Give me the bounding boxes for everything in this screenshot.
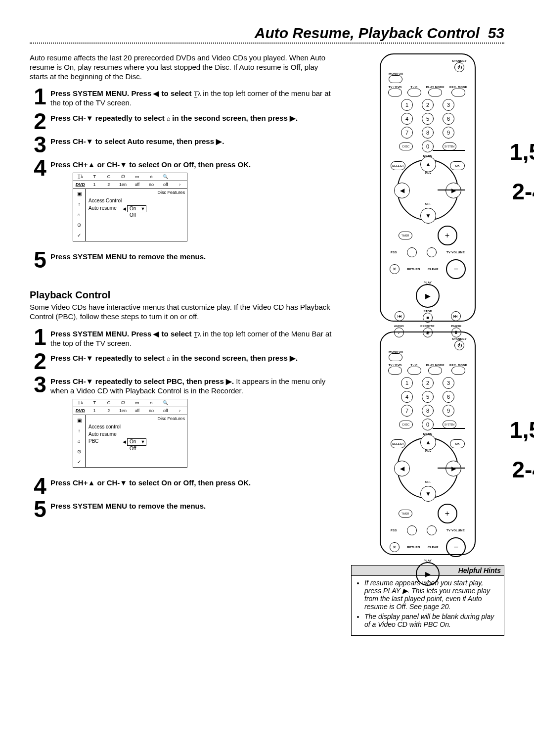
num-button: 1 [401,99,413,111]
step-number: 4 [30,158,50,178]
menu-opt: Auto resume [89,205,127,219]
return-button: ✕ [390,264,400,274]
step-number: 2 [30,352,50,371]
step-number: 1 [30,87,50,106]
step-row: 5 Press SYSTEM MENU to remove the menus. [30,250,336,270]
step-bold: Press CH+▲ or CH-▼ to select On or Off, … [50,160,251,169]
step-row: 2 Press CH-▼ repeatedly to select ⌂ in t… [30,352,336,371]
callout-24b: 2-4 [512,456,534,483]
power-icon: ⏻ [454,62,464,72]
step-row: 3 Press CH-▼ to select Auto resume, then… [30,135,336,154]
menu-opt: PBC [89,438,127,452]
step-row: 1 Press SYSTEM MENU. Press ◀ to select T… [30,328,336,348]
monitor-label: MONITOR [389,72,470,75]
num-button: 5 [422,113,434,125]
menu-opt: Access Control [89,198,127,204]
step-text: Press CH-▼ repeatedly to select ⌂ in the… [50,352,336,363]
section2-intro: Some Video CDs have interactive menus th… [30,303,336,322]
select-button: SELECT [391,161,405,170]
num-button: 3 [443,99,454,111]
step-number: 3 [30,375,50,394]
num-button: 7 [401,127,413,139]
arrow-left-icon: ◀ [394,183,410,198]
step-number: 5 [30,250,50,270]
section1-intro: Auto resume affects the last 20 prerecor… [30,53,336,81]
step-row: 2 Press CH-▼ repeatedly to select ⌂ in t… [30,112,336,131]
disc-button: DISC [399,142,413,150]
step-bold: Press SYSTEM MENU to remove the menus. [50,252,206,261]
volume-minus: − [446,259,466,279]
next-button: ⏭ [451,311,461,321]
callout-15b: 1,5 [510,417,534,443]
disc-features-label: Disc Features [157,416,185,422]
num-button: 8 [422,127,434,139]
menu-screenshot-2: T̲λTC☊▭⌂̵🔍 DVD 12 1enoff nooff› ▣↑⌂⊙✓ Di… [73,399,187,468]
step-bold2: in the second screen, then press ▶. [170,114,298,122]
step-text: Press CH-▼ repeatedly to select PBC, the… [50,375,336,472]
system-button: SYSTEM [443,142,456,150]
step-bold: Press CH-▼ repeatedly to select PBC, the… [50,377,236,385]
step-bold: Press CH+▲ or CH-▼ to select On or Off, … [50,478,251,487]
arrow-down-icon: ▼CH– [420,208,436,224]
step-number: 3 [30,135,50,154]
step-bold: Press SYSTEM MENU to remove the menus. [50,502,206,510]
step-text: Press CH+▲ or CH-▼ to select On or Off, … [50,476,336,488]
header-divider [30,43,504,44]
menu-screenshot-1: T̲λTC☊▭⌂̵🔍 DVD 12 1enoff nooff› ▣↑⌂⊙✓ Di… [73,173,187,242]
step-text: Press SYSTEM MENU to remove the menus. [50,250,336,262]
step-text: Press SYSTEM MENU to remove the menus. [50,500,336,511]
num-button: 6 [443,113,454,125]
callout-24: 2-4 [512,178,534,205]
section2-heading: Playback Control [30,289,336,301]
num-button: 0 [422,141,434,152]
step-text: Press CH-▼ to select Auto resume, then p… [50,135,336,146]
disc-features-label: Disc Features [157,190,185,195]
step-bold: Press SYSTEM MENU. Press ◀ to select [50,89,194,97]
step-text: Press SYSTEM MENU. Press ◀ to select T̲λ… [50,87,336,108]
step-text: Press SYSTEM MENU. Press ◀ to select T̲λ… [50,328,336,348]
step-number: 2 [30,112,50,131]
step-number: 4 [30,476,50,496]
ok-button: OK [450,161,465,170]
step-row: 5 Press SYSTEM MENU to remove the menus. [30,500,336,519]
step-row: 1 Press SYSTEM MENU. Press ◀ to select T… [30,87,336,108]
remote-diagram-1: STANDBY ⏻ MONITOR TV / DVD T / C PLAY MO… [380,53,476,322]
menu-opt: Auto resume [89,431,127,438]
menu-opt: Access control [89,424,127,430]
menu-sub: Off [127,212,146,219]
monitor-button [389,75,402,83]
step-bold: Press CH-▼ repeatedly to select [50,354,167,362]
page-header: Auto Resume, Playback Control 53 [30,25,504,42]
step-bold: Press SYSTEM MENU. Press ◀ to select [50,330,194,338]
step-bold: Press CH-▼ repeatedly to select [50,114,167,122]
prev-button: ⏮ [395,311,404,321]
step-number: 5 [30,500,50,519]
step-bold: Press CH-▼ to select Auto resume, then p… [50,137,224,145]
menu-val: On [130,206,136,211]
menu-sub: Off [127,446,146,452]
num-button: 2 [422,99,434,111]
timer-button: TIMER [399,232,412,239]
hint-item: The display panel will be blank during p… [364,613,499,628]
menu-val: On [130,439,136,444]
stop-button: ■ [423,313,433,323]
header-page-num: 53 [488,25,504,41]
play-button: ▶ [416,284,440,308]
step-row: 4 Press CH+▲ or CH-▼ to select On or Off… [30,158,336,246]
volume-plus: + [438,226,457,245]
step-text: Press CH+▲ or CH-▼ to select On or Off, … [50,158,336,246]
num-button: 9 [443,127,454,139]
step-text: Press CH-▼ repeatedly to select ⌂ in the… [50,112,336,123]
callout-15: 1,5 [510,139,534,165]
step-row: 4 Press CH+▲ or CH-▼ to select On or Off… [30,476,336,496]
arrow-right-icon: ▶ [445,183,461,198]
step-bold2: in the second screen, then press ▶. [170,354,298,362]
power-icon: ⏻ [454,340,464,350]
remote-diagram-2: STANDBY⏻ MONITOR TV / DVD T / C PLAY MOD… [380,331,476,555]
num-button: 4 [401,113,413,125]
step-row: 3 Press CH-▼ repeatedly to select PBC, t… [30,375,336,472]
header-title-text: Auto Resume, Playback Control [255,25,480,41]
arrow-up-icon: ▲CH+ [420,156,436,172]
step-number: 1 [30,328,50,347]
